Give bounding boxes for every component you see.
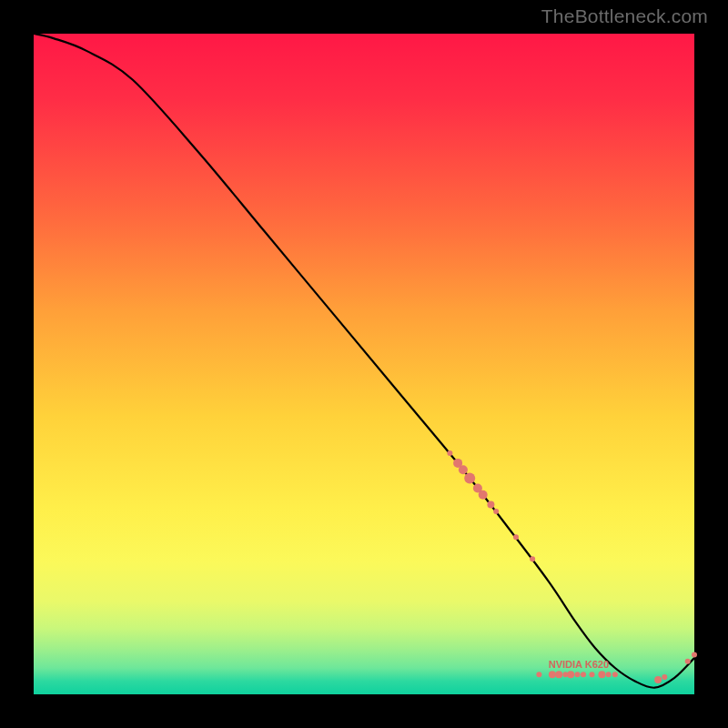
data-point [662, 674, 667, 680]
data-point [606, 672, 612, 677]
data-point [590, 672, 595, 677]
data-point [530, 556, 535, 561]
data-point [459, 465, 468, 474]
data-point [555, 671, 562, 678]
data-point [464, 473, 475, 484]
bottleneck-curve [34, 34, 694, 688]
data-point [612, 672, 618, 677]
chart-svg: NVIDIA K620 [34, 34, 694, 694]
data-point [685, 659, 691, 664]
chart-stage: TheBottleneck.com NVIDIA K620 [0, 0, 728, 728]
data-point [479, 490, 488, 500]
watermark-text: TheBottleneck.com [541, 5, 708, 27]
plot-area: NVIDIA K620 [34, 34, 694, 694]
data-point [513, 534, 519, 540]
data-point [692, 652, 697, 657]
data-point [487, 501, 494, 509]
data-point [536, 672, 541, 677]
data-point [575, 672, 581, 677]
data-point [598, 671, 605, 678]
data-point [493, 509, 499, 514]
data-point [654, 676, 662, 683]
series-label: NVIDIA K620 [549, 659, 609, 670]
data-point [581, 672, 586, 677]
data-point [567, 671, 574, 678]
data-point [549, 671, 556, 678]
points-layer [447, 450, 697, 683]
data-point [447, 450, 452, 456]
